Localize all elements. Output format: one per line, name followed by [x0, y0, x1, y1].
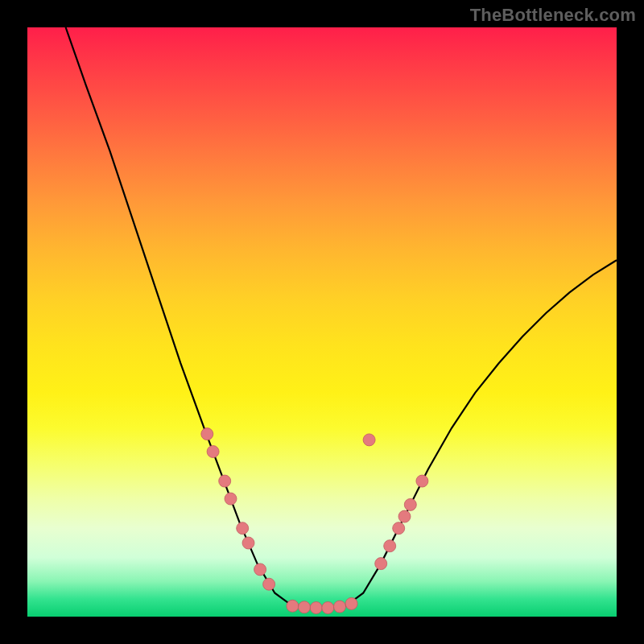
curve-dot: [393, 522, 405, 535]
curve-dot: [416, 475, 428, 487]
curve-dot: [219, 475, 231, 487]
curve-dot: [363, 434, 375, 446]
curve-dot: [225, 493, 237, 505]
curve-dot: [404, 498, 416, 510]
curve-dot: [310, 602, 322, 614]
curve-dot: [398, 510, 411, 522]
curve-dot: [201, 428, 213, 440]
watermark-text: TheBottleneck.com: [470, 5, 636, 26]
curve-layer: [27, 27, 617, 617]
curve-dot: [263, 578, 275, 590]
curve-dot: [334, 601, 346, 613]
curve-dot: [287, 600, 299, 612]
curve-dot: [299, 601, 311, 613]
curve-dot: [375, 558, 387, 570]
curve-dot: [237, 522, 249, 535]
curve-dot: [322, 602, 334, 614]
curve-dot: [384, 540, 396, 552]
curve-dots: [201, 428, 428, 614]
curve-dot: [242, 537, 254, 549]
curve-dot: [207, 446, 219, 458]
chart-plot-area: [27, 27, 617, 617]
curve-dot: [345, 597, 357, 609]
curve-dot: [254, 564, 266, 576]
bottleneck-curve: [66, 27, 617, 608]
